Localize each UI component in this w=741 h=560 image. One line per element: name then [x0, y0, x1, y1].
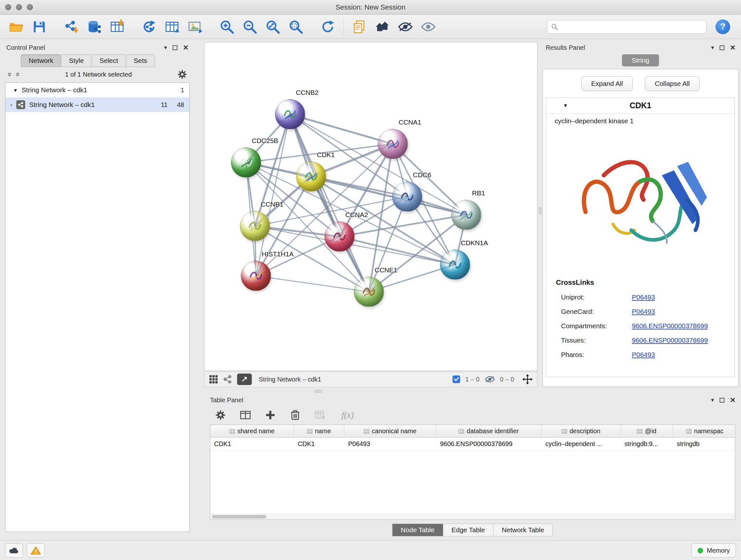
- expand-all-button[interactable]: Expand All: [582, 76, 633, 91]
- import-network-button[interactable]: [61, 17, 81, 37]
- show-graphics-details-button[interactable]: [418, 17, 438, 37]
- column-header-description[interactable]: description: [542, 425, 621, 437]
- crosslink-value-link[interactable]: 9606.ENSP00000378699: [632, 336, 708, 344]
- memory-button[interactable]: Memory: [691, 543, 736, 557]
- network-node-CCNB2[interactable]: [275, 99, 305, 129]
- network-node-CCNB1[interactable]: [240, 211, 270, 241]
- network-options-gear-icon[interactable]: [178, 70, 187, 79]
- tab-edge-table[interactable]: Edge Table: [443, 523, 494, 537]
- tree-expander-icon[interactable]: ▼: [13, 87, 18, 93]
- column-header-shared-name[interactable]: shared name: [210, 425, 294, 437]
- network-edge[interactable]: [255, 226, 455, 265]
- network-row-selected[interactable]: ● String Network – cdk1 11 48: [5, 98, 189, 112]
- tab-network[interactable]: Network: [21, 54, 61, 67]
- network-edge[interactable]: [290, 114, 393, 144]
- global-search-input[interactable]: [561, 23, 702, 30]
- results-panel-float-icon[interactable]: [720, 45, 724, 50]
- home-button[interactable]: [373, 17, 392, 37]
- results-panel-close-icon[interactable]: ×: [730, 44, 735, 52]
- delete-column-icon[interactable]: [290, 410, 300, 420]
- table-options-gear-icon[interactable]: [215, 410, 226, 420]
- zoom-fit-button[interactable]: [263, 17, 283, 37]
- network-node-CDC6[interactable]: [392, 182, 422, 212]
- horizontal-splitter-handle[interactable]: [314, 390, 322, 393]
- network-node-CCNA2[interactable]: [325, 222, 354, 252]
- tab-style[interactable]: Style: [61, 54, 92, 67]
- detach-view-button[interactable]: [237, 374, 252, 385]
- control-panel-close-icon[interactable]: ×: [183, 44, 188, 52]
- control-panel-collapse-icon[interactable]: ▾: [164, 45, 167, 51]
- results-panel-collapse-icon[interactable]: ▾: [711, 45, 714, 51]
- help-button[interactable]: ?: [716, 19, 730, 34]
- tab-node-table[interactable]: Node Table: [392, 523, 443, 537]
- window-title: Session: New Session: [0, 3, 741, 11]
- table-row[interactable]: CDK1CDK1P064939606.ENSP00000378699cyclin…: [210, 438, 735, 450]
- scrollbar-thumb[interactable]: [212, 515, 266, 518]
- window-minimize-button[interactable]: [16, 4, 22, 10]
- warnings-button[interactable]: [27, 543, 45, 557]
- table-panel-close-icon[interactable]: ×: [730, 396, 735, 405]
- column-header-database-identifier[interactable]: database identifier: [436, 425, 542, 437]
- column-header-name[interactable]: name: [294, 425, 344, 437]
- add-column-icon[interactable]: [265, 410, 276, 420]
- tab-select[interactable]: Select: [91, 54, 126, 67]
- save-session-button[interactable]: [29, 17, 49, 37]
- window-close-button[interactable]: [5, 4, 11, 10]
- crosslink-value-link[interactable]: P06493: [632, 308, 655, 315]
- entry-header[interactable]: ▼ CDK1: [546, 98, 735, 114]
- crosslink-value-link[interactable]: P06493: [632, 294, 655, 301]
- cloud-button[interactable]: [5, 543, 23, 557]
- crosslink-value-link[interactable]: P06493: [632, 351, 655, 359]
- entry-expander-icon[interactable]: ▼: [563, 103, 568, 109]
- crosslink-value-link[interactable]: 9606.ENSP00000378699: [632, 322, 708, 330]
- zoom-out-button[interactable]: [240, 17, 260, 37]
- window-zoom-button[interactable]: [27, 4, 33, 10]
- column-header-canonical-name[interactable]: canonical name: [344, 425, 436, 437]
- crosslink-row: Tissues:9606.ENSP00000378699: [546, 333, 735, 348]
- network-node-CDK1[interactable]: [296, 162, 326, 192]
- function-builder-button[interactable]: f(x): [341, 410, 354, 420]
- collapse-all-button[interactable]: Collapse All: [645, 76, 700, 91]
- column-header-namespac[interactable]: namespac: [673, 425, 735, 437]
- birdseye-grid-icon[interactable]: [209, 375, 218, 384]
- tab-sets[interactable]: Sets: [126, 54, 155, 67]
- network-node-CDC25B[interactable]: [231, 147, 261, 178]
- network-node-RB1[interactable]: [451, 200, 481, 230]
- copy-network-button[interactable]: [349, 17, 369, 37]
- zoom-in-button[interactable]: [217, 17, 237, 37]
- node-result-entry: ▼ CDK1 cyclin–dependent kinase 1 CrossLi…: [546, 98, 735, 377]
- network-canvas[interactable]: CCNB2CCNA1CDC25BCDK1CDC6RB1CCNB1CCNA2CDK…: [204, 42, 537, 371]
- selected-items-checkbox[interactable]: [453, 375, 460, 383]
- network-share-icon[interactable]: [223, 375, 232, 384]
- network-node-CDKN1A[interactable]: [440, 250, 470, 280]
- show-columns-icon[interactable]: [240, 410, 251, 420]
- apply-layout-button[interactable]: [318, 17, 338, 37]
- string-results-body: Expand All Collapse All ▼ CDK1 cyclin–de…: [542, 69, 738, 387]
- export-table-button[interactable]: [162, 17, 182, 37]
- network-node-CCNE1[interactable]: [354, 277, 384, 307]
- open-session-button[interactable]: [6, 17, 26, 37]
- network-edge[interactable]: [311, 177, 466, 215]
- pan-crosshair-icon[interactable]: [522, 374, 533, 384]
- tab-string[interactable]: String: [622, 54, 659, 66]
- network-node-label: CDC25B: [252, 137, 278, 145]
- hide-graphics-details-button[interactable]: [395, 17, 415, 37]
- control-panel-float-icon[interactable]: [173, 45, 178, 50]
- network-node-CCNA1[interactable]: [378, 129, 408, 159]
- table-panel-float-icon[interactable]: [720, 398, 724, 402]
- column-header--id[interactable]: @id: [621, 425, 673, 437]
- collapse-all-networks-icon[interactable]: »: [13, 72, 21, 76]
- network-node-HIST1H1A[interactable]: [241, 261, 271, 291]
- tab-network-table[interactable]: Network Table: [493, 523, 553, 537]
- export-image-button[interactable]: [185, 17, 205, 37]
- import-table-button[interactable]: [107, 17, 127, 37]
- network-collection-row[interactable]: ▼ String Network – cdk1 1: [5, 83, 189, 98]
- network-collection-label: String Network – cdk1: [22, 86, 177, 94]
- network-edge[interactable]: [256, 276, 369, 292]
- export-network-button[interactable]: [139, 17, 159, 37]
- table-panel-collapse-icon[interactable]: ▾: [711, 397, 714, 403]
- import-network-from-database-button[interactable]: [84, 17, 104, 37]
- zoom-selected-button[interactable]: [286, 17, 306, 37]
- table-horizontal-scrollbar[interactable]: [210, 514, 735, 519]
- vertical-splitter-handle[interactable]: [539, 207, 542, 214]
